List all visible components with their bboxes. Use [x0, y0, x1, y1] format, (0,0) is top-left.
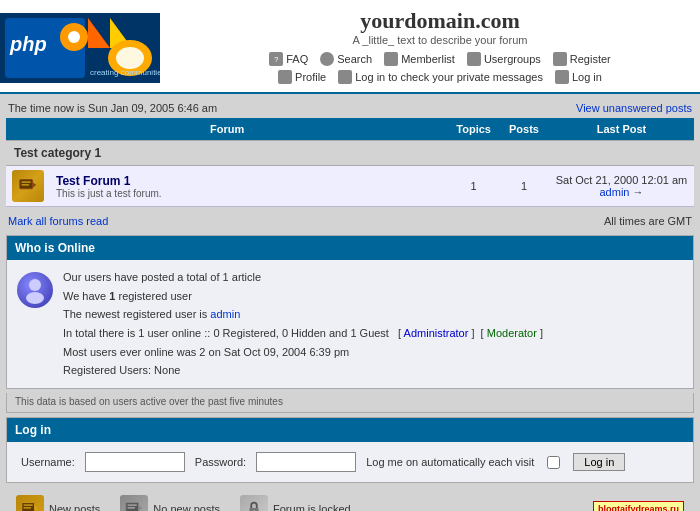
autologin-label: Log me on automatically each visit [366, 456, 534, 468]
last-post-arrow: → [633, 186, 644, 198]
no-new-posts-label: No new posts [153, 503, 220, 511]
online-icon [17, 272, 53, 308]
login-header: Log in [7, 418, 693, 442]
footer-icons: New posts No new posts [6, 489, 694, 511]
svg-rect-12 [22, 184, 29, 185]
data-note: This data is based on users active over … [6, 393, 694, 413]
forum-name-link[interactable]: Test Forum 1 [56, 174, 130, 188]
svg-rect-10 [20, 180, 33, 189]
username-input[interactable] [85, 452, 185, 472]
new-posts-icon [16, 495, 44, 511]
online-line6: Registered Users: None [63, 361, 543, 380]
nav-row-1: ? FAQ Search Memberlist Usergroups Regis… [180, 52, 700, 66]
login-icon [555, 70, 569, 84]
svg-rect-21 [128, 505, 137, 506]
forum-topics: 1 [448, 166, 499, 207]
memberlist-icon [384, 52, 398, 66]
category-row: Test category 1 [6, 141, 694, 166]
password-label: Password: [195, 456, 246, 468]
forum-status-icon [12, 170, 44, 202]
no-new-posts-icon [120, 495, 148, 511]
svg-point-14 [29, 279, 41, 291]
locked-icon [240, 495, 268, 511]
forum-last-post: Sat Oct 21, 2000 12:01 am admin → [549, 166, 694, 207]
profile-icon [278, 70, 292, 84]
who-is-online-body: Our users have posted a total of 1 artic… [7, 260, 693, 388]
locked-label: Forum is locked [273, 503, 351, 511]
svg-marker-13 [33, 182, 37, 188]
profile-link[interactable]: Profile [278, 70, 326, 84]
header: php creating communities yourdomain.com … [0, 0, 700, 92]
header-right: yourdomain.com A _little_ text to descri… [180, 8, 700, 88]
time-bar: The time now is Sun Jan 09, 2005 6:46 am… [6, 98, 694, 118]
login-link[interactable]: Log in [555, 70, 602, 84]
login-body: Username: Password: Log me on automatica… [7, 442, 693, 482]
faq-icon: ? [269, 52, 283, 66]
svg-marker-19 [35, 505, 39, 511]
faq-link[interactable]: ? FAQ [269, 52, 308, 66]
category-name: Test category 1 [6, 141, 694, 166]
svg-rect-11 [22, 181, 31, 182]
usergroups-icon [467, 52, 481, 66]
online-line1: Our users have posted a total of 1 artic… [63, 268, 543, 287]
col-forum: Forum [6, 118, 448, 141]
new-posts-item: New posts [16, 495, 100, 511]
forum-name-cell: Test Forum 1 This is just a test forum. [50, 166, 448, 207]
online-line2: We have 1 registered user [63, 287, 543, 306]
memberlist-link[interactable]: Memberlist [384, 52, 455, 66]
who-is-online-header: Who is Online [7, 236, 693, 260]
mark-row: Mark all forums read All times are GMT [6, 211, 694, 231]
newest-user-link[interactable]: admin [210, 308, 240, 320]
online-line3: The newest registered user is admin [63, 305, 543, 324]
footer-icons-left: New posts No new posts [16, 495, 351, 511]
search-icon [320, 52, 334, 66]
forum-table: Forum Topics Posts Last Post Test catego… [6, 118, 694, 207]
svg-rect-20 [126, 503, 139, 511]
current-time: The time now is Sun Jan 09, 2005 6:46 am [8, 102, 217, 114]
username-label: Username: [21, 456, 75, 468]
forum-icon-cell [6, 166, 50, 207]
autologin-checkbox[interactable] [547, 456, 560, 469]
phpbb-logo: php creating communities [0, 13, 160, 83]
search-link[interactable]: Search [320, 52, 372, 66]
online-line5: Most users ever online was 2 on Sat Oct … [63, 343, 543, 362]
forum-description: This is just a test forum. [56, 188, 442, 199]
svg-rect-17 [24, 505, 33, 506]
col-last-post: Last Post [549, 118, 694, 141]
private-messages-icon [338, 70, 352, 84]
password-input[interactable] [256, 452, 356, 472]
private-messages-link[interactable]: Log in to check your private messages [338, 70, 543, 84]
usergroups-link[interactable]: Usergroups [467, 52, 541, 66]
site-tagline: A _little_ text to describe your forum [180, 34, 700, 46]
online-status-icon [17, 272, 53, 308]
svg-rect-16 [22, 503, 35, 511]
all-times-label: All times are GMT [604, 215, 692, 227]
login-button[interactable]: Log in [573, 453, 625, 471]
nav-row-2: Profile Log in to check your private mes… [180, 70, 700, 84]
online-text: Our users have posted a total of 1 artic… [63, 268, 543, 380]
svg-rect-18 [24, 507, 31, 508]
main-content: The time now is Sun Jan 09, 2005 6:46 am… [0, 94, 700, 511]
no-new-posts-item: No new posts [120, 495, 220, 511]
locked-item: Forum is locked [240, 495, 351, 511]
svg-text:creating communities: creating communities [90, 68, 160, 77]
forum-posts: 1 [499, 166, 549, 207]
login-box: Log in Username: Password: Log me on aut… [6, 417, 694, 483]
register-link[interactable]: Register [553, 52, 611, 66]
svg-marker-23 [139, 505, 143, 511]
svg-rect-22 [128, 507, 135, 508]
view-unanswered-link[interactable]: View unanswered posts [576, 102, 692, 114]
last-post-user-link[interactable]: admin [599, 186, 629, 198]
watermark: blogtaifydreams.ru [593, 501, 684, 511]
logo-area: php creating communities [0, 13, 160, 83]
mark-all-link[interactable]: Mark all forums read [8, 215, 108, 227]
site-title: yourdomain.com [180, 8, 700, 34]
svg-rect-4 [68, 31, 80, 43]
table-row: Test Forum 1 This is just a test forum. … [6, 166, 694, 207]
col-posts: Posts [499, 118, 549, 141]
admin-badge: Administrator [404, 327, 469, 339]
last-post-date: Sat Oct 21, 2000 12:01 am [556, 174, 687, 186]
online-line4: In total there is 1 user online :: 0 Reg… [63, 324, 543, 343]
col-topics: Topics [448, 118, 499, 141]
new-posts-label: New posts [49, 503, 100, 511]
